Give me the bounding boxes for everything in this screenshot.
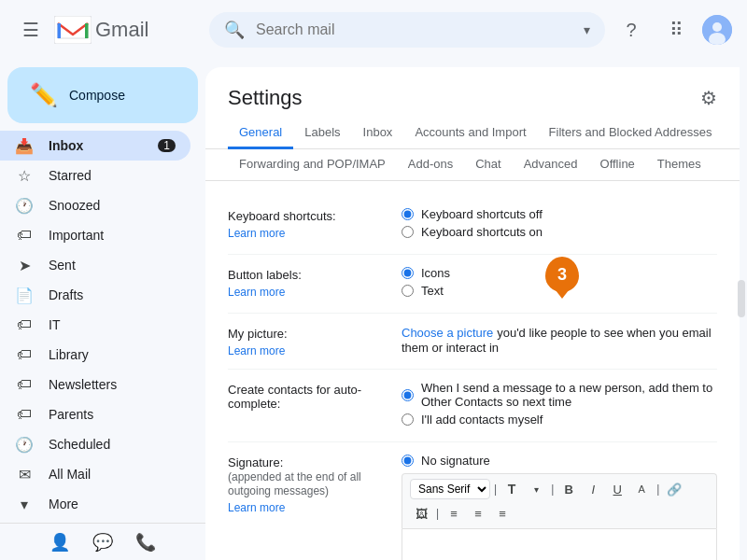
- sidebar: ✏️ Compose 📥 Inbox 1 ☆ Starred 🕐 Snoozed…: [0, 60, 205, 560]
- font-select[interactable]: Sans Serif: [410, 479, 490, 499]
- sidebar-item-drafts[interactable]: 📄 Drafts: [0, 280, 190, 310]
- apps-icon[interactable]: ⠿: [657, 11, 695, 49]
- signature-editor[interactable]: [402, 528, 717, 560]
- underline-button[interactable]: U: [606, 478, 628, 500]
- no-signature-radio[interactable]: [402, 455, 414, 467]
- tab-inbox[interactable]: Inbox: [352, 118, 404, 149]
- sidebar-item-all-mail[interactable]: ✉ All Mail: [0, 459, 190, 489]
- my-picture-label: My picture: Learn more: [228, 325, 387, 357]
- settings-gear-icon[interactable]: ⚙: [700, 87, 717, 109]
- gmail-text-label: Gmail: [95, 18, 148, 42]
- keyboard-shortcuts-control: Keyboard shortcuts off Keyboard shortcut…: [402, 207, 717, 243]
- tab-advanced[interactable]: Advanced: [513, 149, 589, 181]
- tab-addons[interactable]: Add-ons: [397, 149, 464, 181]
- keyboard-shortcuts-learn-more[interactable]: Learn more: [228, 227, 387, 240]
- inbox-icon: 📥: [15, 137, 34, 155]
- keyboard-shortcuts-row: Keyboard shortcuts: Learn more Keyboard …: [228, 196, 717, 255]
- sidebar-item-sent[interactable]: ➤ Sent: [0, 250, 190, 280]
- search-icon: 🔍: [224, 20, 245, 40]
- align-button[interactable]: ≡: [443, 502, 465, 525]
- search-bar[interactable]: 🔍 ▾: [209, 12, 605, 48]
- list-unordered-button[interactable]: ≡: [491, 502, 514, 525]
- settings-tabs-row2: Forwarding and POP/IMAP Add-ons Chat Adv…: [205, 149, 740, 181]
- settings-tabs-row1: General Labels Inbox Accounts and Import…: [205, 118, 740, 149]
- button-labels-row: Button labels: Learn more Icons Text: [228, 255, 717, 314]
- sidebar-item-scheduled[interactable]: 🕐 Scheduled: [0, 429, 190, 459]
- button-icons-label: Icons: [421, 266, 450, 280]
- sidebar-item-library-label: Library: [49, 347, 176, 362]
- auto-add-contacts-option[interactable]: When I send a message to a new person, a…: [402, 381, 717, 409]
- tab-filters[interactable]: Filters and Blocked Addresses: [538, 118, 724, 149]
- sidebar-item-starred[interactable]: ☆ Starred: [0, 161, 190, 190]
- more-icon: ▾: [15, 496, 34, 513]
- keyboard-on-label: Keyboard shortcuts on: [421, 225, 543, 239]
- image-button[interactable]: 🖼: [410, 502, 432, 525]
- bold-button[interactable]: B: [557, 478, 580, 500]
- sidebar-item-starred-label: Starred: [49, 168, 176, 183]
- keyboard-off-radio[interactable]: [402, 208, 414, 220]
- sidebar-item-parents-label: Parents: [49, 407, 176, 422]
- sidebar-item-important[interactable]: 🏷 Important: [0, 220, 190, 250]
- chat-icon[interactable]: 💬: [92, 532, 113, 553]
- sidebar-item-newsletters-label: Newsletters: [49, 377, 176, 392]
- compose-button[interactable]: ✏️ Compose: [7, 67, 198, 123]
- keyboard-on-option[interactable]: Keyboard shortcuts on: [402, 225, 717, 239]
- button-labels-learn-more[interactable]: Learn more: [228, 286, 387, 299]
- hamburger-menu-icon[interactable]: ☰: [15, 11, 47, 49]
- settings-header: Settings ⚙: [205, 67, 740, 110]
- phone-icon[interactable]: 📞: [135, 532, 156, 553]
- tab-general[interactable]: General: [228, 118, 293, 149]
- sidebar-item-it-label: IT: [49, 317, 176, 332]
- tab-themes[interactable]: Themes: [646, 149, 712, 181]
- manual-add-contacts-label: I'll add contacts myself: [421, 413, 543, 427]
- sidebar-item-it[interactable]: 🏷 IT: [0, 310, 190, 340]
- compose-label: Compose: [69, 88, 125, 103]
- italic-button[interactable]: I: [582, 478, 604, 500]
- avatar-image: [702, 15, 732, 45]
- sidebar-item-snoozed[interactable]: 🕐 Snoozed: [0, 190, 190, 220]
- keyboard-on-radio[interactable]: [402, 226, 414, 238]
- signature-learn-more[interactable]: Learn more: [228, 501, 387, 514]
- sidebar-item-newsletters[interactable]: 🏷 Newsletters: [0, 370, 190, 399]
- no-signature-option[interactable]: No signature: [402, 454, 717, 468]
- avatar[interactable]: [702, 15, 732, 45]
- auto-add-contacts-label: When I send a message to a new person, a…: [421, 381, 717, 409]
- link-button[interactable]: 🔗: [663, 478, 685, 500]
- tab-offline[interactable]: Offline: [589, 149, 646, 181]
- sidebar-item-parents[interactable]: 🏷 Parents: [0, 399, 190, 429]
- manual-add-contacts-option[interactable]: I'll add contacts myself: [402, 413, 717, 427]
- sidebar-item-sent-label: Sent: [49, 258, 176, 273]
- button-text-radio[interactable]: [402, 285, 414, 297]
- manual-add-contacts-radio[interactable]: [402, 413, 414, 426]
- scrollbar-thumb: [738, 280, 745, 317]
- search-dropdown-icon[interactable]: ▾: [584, 22, 590, 37]
- text-color-button[interactable]: A: [630, 478, 653, 500]
- contacts-icon[interactable]: 👤: [49, 532, 70, 553]
- auto-add-contacts-radio[interactable]: [402, 389, 414, 401]
- topbar: ☰ Gmail 🔍 ▾ ? ⠿: [0, 0, 747, 60]
- font-size-icon[interactable]: ▾: [525, 478, 547, 500]
- button-icons-radio[interactable]: [402, 267, 414, 279]
- sidebar-item-drafts-label: Drafts: [49, 287, 176, 302]
- parents-icon: 🏷: [15, 406, 34, 423]
- sidebar-item-library[interactable]: 🏷 Library: [0, 340, 190, 370]
- tab-forwarding[interactable]: Forwarding and POP/IMAP: [228, 149, 397, 181]
- scheduled-icon: 🕐: [15, 436, 34, 454]
- help-icon[interactable]: ?: [613, 11, 650, 49]
- button-labels-label: Button labels: Learn more: [228, 266, 387, 299]
- font-size-button[interactable]: T: [500, 478, 523, 500]
- no-signature-label: No signature: [421, 454, 490, 468]
- tab-accounts[interactable]: Accounts and Import: [403, 118, 537, 149]
- search-input[interactable]: [256, 21, 584, 38]
- compose-icon: ✏️: [30, 82, 58, 108]
- keyboard-off-option[interactable]: Keyboard shortcuts off: [402, 207, 717, 221]
- sidebar-item-more[interactable]: ▾ More: [0, 489, 190, 519]
- list-ordered-button[interactable]: ≡: [467, 502, 489, 525]
- sidebar-item-inbox[interactable]: 📥 Inbox 1: [0, 131, 190, 161]
- my-picture-learn-more[interactable]: Learn more: [228, 344, 387, 357]
- sent-icon: ➤: [15, 257, 34, 274]
- choose-picture-link[interactable]: Choose a picture: [402, 326, 493, 340]
- sidebar-bottom-bar: 👤 💬 📞: [0, 523, 205, 560]
- tab-labels[interactable]: Labels: [293, 118, 351, 149]
- tab-chat[interactable]: Chat: [464, 149, 512, 181]
